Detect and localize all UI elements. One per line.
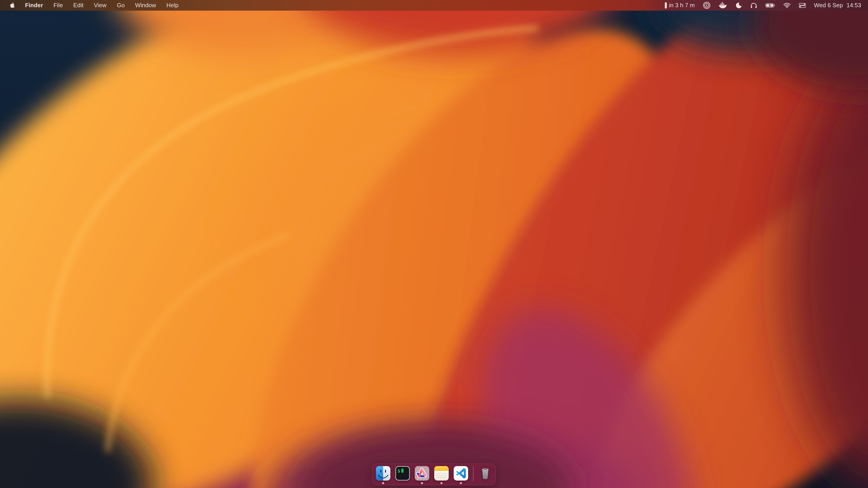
menu-view[interactable]: View xyxy=(94,2,106,9)
arc-browser-icon xyxy=(415,466,429,481)
terminal-prompt: $ xyxy=(398,468,400,473)
vscode-icon xyxy=(454,466,468,481)
menu-file[interactable]: File xyxy=(53,2,63,9)
finder-icon xyxy=(376,466,391,481)
menu-window[interactable]: Window xyxy=(135,2,156,9)
desktop: Finder File Edit View Go Window Help in … xyxy=(0,0,868,488)
active-app-name[interactable]: Finder xyxy=(25,2,43,9)
notes-icon xyxy=(434,466,449,481)
timer-status-item[interactable]: in 3 h 7 m xyxy=(665,2,695,9)
wifi-icon xyxy=(783,3,791,8)
focus-moon-icon xyxy=(735,2,742,9)
docker-status-item[interactable] xyxy=(719,2,727,9)
1password-icon xyxy=(703,2,710,9)
running-indicator xyxy=(440,482,442,484)
headphones-icon xyxy=(750,2,757,9)
menu-bar-status: in 3 h 7 m xyxy=(665,2,861,9)
menu-help[interactable]: Help xyxy=(166,2,178,9)
running-indicator xyxy=(421,482,423,484)
1password-status-item[interactable] xyxy=(703,2,710,9)
control-center-icon xyxy=(799,3,806,8)
trash-icon xyxy=(478,466,492,481)
timer-label: in 3 h 7 m xyxy=(669,2,695,9)
clock-date: Wed 6 Sep xyxy=(814,2,843,9)
menu-bar-left: Finder File Edit View Go Window Help xyxy=(10,2,179,9)
battery-charging-icon xyxy=(765,3,775,8)
running-indicator xyxy=(382,482,384,484)
menu-edit[interactable]: Edit xyxy=(73,2,84,9)
apple-logo-icon xyxy=(10,2,15,8)
terminal-icon: $ xyxy=(395,466,410,481)
menu-bar: Finder File Edit View Go Window Help in … xyxy=(0,0,868,11)
dock-item-finder[interactable] xyxy=(376,466,391,481)
battery-status-item[interactable] xyxy=(765,3,775,8)
dock-separator xyxy=(473,466,473,482)
dock-item-vscode[interactable] xyxy=(454,466,468,481)
dock-item-notes[interactable] xyxy=(434,466,449,481)
apple-menu[interactable] xyxy=(10,2,15,8)
clock-time: 14:53 xyxy=(846,2,861,9)
dock-item-terminal[interactable]: $ xyxy=(395,466,410,481)
menu-bar-clock[interactable]: Wed 6 Sep 14:53 xyxy=(814,2,861,9)
dock-item-arc[interactable] xyxy=(415,466,429,481)
wallpaper xyxy=(0,0,868,488)
focus-status-item[interactable] xyxy=(735,2,742,9)
audio-status-item[interactable] xyxy=(750,2,757,9)
docker-icon xyxy=(719,2,727,9)
wifi-status-item[interactable] xyxy=(783,3,791,8)
dock-item-trash[interactable] xyxy=(478,466,492,481)
menu-go[interactable]: Go xyxy=(117,2,125,9)
control-center-status-item[interactable] xyxy=(799,3,806,8)
dock: $ xyxy=(372,464,496,485)
timer-pill-icon xyxy=(665,2,667,8)
running-indicator xyxy=(460,482,462,484)
